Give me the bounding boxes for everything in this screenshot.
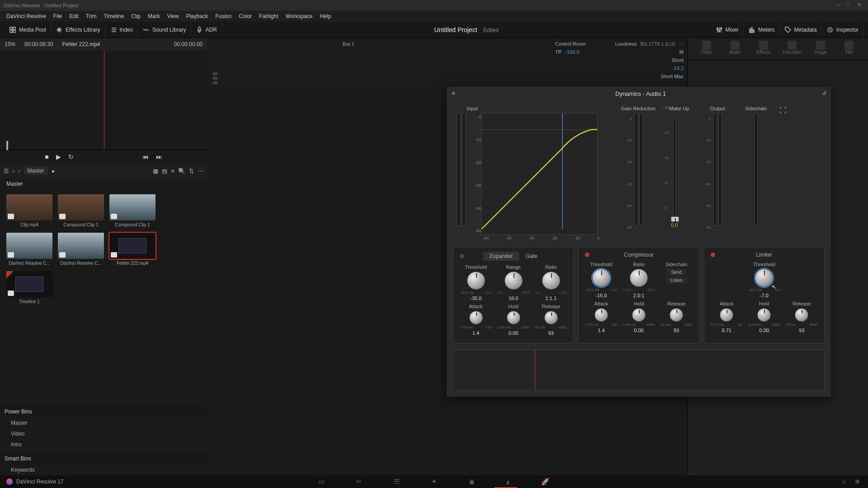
in-point-marker[interactable] bbox=[6, 141, 8, 150]
menu-workspace[interactable]: Workspace bbox=[282, 13, 316, 19]
menu-view[interactable]: View bbox=[164, 13, 183, 19]
page-edit[interactable]: ☴ bbox=[394, 478, 400, 486]
search-icon[interactable]: 🔍 bbox=[178, 168, 185, 174]
limiter-threshold-knob[interactable]: ↖ bbox=[755, 269, 773, 287]
source-viewer[interactable] bbox=[0, 51, 207, 150]
menu-fusion[interactable]: Fusion bbox=[212, 13, 235, 19]
dynamics-graph[interactable] bbox=[481, 113, 598, 235]
menu-clip[interactable]: Clip bbox=[127, 13, 144, 19]
view-thumb-icon[interactable]: ▦ bbox=[153, 168, 158, 174]
clip-thumb[interactable]: Compound Clip 1 bbox=[109, 194, 156, 227]
minimize-icon[interactable]: — bbox=[835, 2, 843, 9]
menu-trim[interactable]: Trim bbox=[82, 13, 100, 19]
bin-dropdown[interactable]: Master bbox=[24, 167, 48, 175]
dialog-reset-icon[interactable]: ↺ bbox=[822, 90, 826, 97]
menu-playback[interactable]: Playback bbox=[182, 13, 212, 19]
expander-tab[interactable]: Expander bbox=[483, 252, 519, 261]
clip-thumb[interactable]: Fehler 222.mp4 bbox=[109, 233, 156, 266]
menu-edit[interactable]: Edit bbox=[66, 13, 82, 19]
smart-bins-header[interactable]: Smart Bins bbox=[0, 453, 207, 465]
menu-color[interactable]: Color bbox=[235, 13, 255, 19]
sort-icon[interactable]: ⇅ bbox=[189, 168, 194, 174]
play-button[interactable]: ▶ bbox=[56, 153, 61, 160]
stop-button[interactable]: ■ bbox=[45, 153, 48, 160]
power-bins-header[interactable]: Power Bins bbox=[0, 406, 207, 418]
gate-tab[interactable]: Gate bbox=[519, 252, 543, 261]
expander-hold-knob[interactable] bbox=[507, 311, 520, 324]
clip-thumb[interactable]: Timeline 1 bbox=[6, 271, 52, 304]
page-color[interactable]: ◉ bbox=[469, 478, 475, 486]
limiter-enable-dot[interactable] bbox=[711, 253, 715, 257]
playhead[interactable] bbox=[104, 51, 104, 150]
adr-toggle[interactable]: ADR bbox=[191, 22, 222, 38]
effects-library-toggle[interactable]: Effects Library bbox=[51, 22, 105, 38]
compressor-threshold-knob[interactable] bbox=[592, 269, 610, 287]
menu-help[interactable]: Help bbox=[316, 13, 335, 19]
inspector-tab-transition[interactable]: Transition bbox=[778, 41, 807, 60]
view-strip-icon[interactable]: ▤ bbox=[162, 168, 167, 174]
inspector-tab-file[interactable]: File bbox=[835, 41, 863, 60]
clip-thumb[interactable]: Clip.mp4 bbox=[6, 194, 52, 227]
limiter-attack-knob[interactable] bbox=[720, 308, 733, 322]
menu-davinci-resolve[interactable]: DaVinci Resolve bbox=[3, 13, 50, 19]
media-pool-toggle[interactable]: Media Pool bbox=[5, 22, 51, 38]
inspector-tab-image[interactable]: Image bbox=[807, 41, 835, 60]
dynamics-timeline[interactable] bbox=[453, 350, 825, 390]
page-deliver[interactable]: 🚀 bbox=[541, 478, 550, 486]
limiter-threshold-value[interactable]: -7.0 bbox=[745, 293, 783, 298]
page-fusion[interactable]: ✦ bbox=[431, 478, 437, 486]
inspector-tab-effects[interactable]: Effects bbox=[749, 41, 778, 60]
next-button[interactable]: ⏭ bbox=[156, 153, 162, 160]
expander-ratio-knob[interactable] bbox=[542, 272, 560, 290]
close-icon[interactable]: ✕ bbox=[857, 2, 864, 9]
expander-range-value[interactable]: 18.0 bbox=[495, 296, 532, 301]
sound-library-toggle[interactable]: Sound Library bbox=[138, 22, 191, 38]
mixer-toggle[interactable]: Mixer bbox=[711, 22, 744, 38]
expander-attack-knob[interactable] bbox=[469, 311, 483, 324]
compressor-enable-dot[interactable] bbox=[585, 253, 590, 257]
settings-icon[interactable]: ⚙ bbox=[855, 479, 860, 485]
maximize-icon[interactable]: □ bbox=[846, 2, 854, 9]
inspector-tab-video[interactable]: Video bbox=[692, 41, 721, 60]
compressor-release-knob[interactable] bbox=[670, 308, 683, 322]
compressor-threshold-value[interactable]: -15.0 bbox=[583, 293, 620, 298]
page-fairlight[interactable]: ♪ bbox=[506, 478, 510, 486]
dialog-close-icon[interactable]: ✕ bbox=[451, 90, 459, 97]
inspector-toggle[interactable]: Inspector bbox=[822, 22, 863, 38]
page-cut[interactable]: ✂ bbox=[356, 478, 362, 486]
power-bin-item[interactable]: Video bbox=[0, 428, 207, 439]
clip-thumb[interactable]: Compound Clip 1 bbox=[58, 194, 104, 227]
index-toggle[interactable]: Index bbox=[105, 22, 138, 38]
menu-file[interactable]: File bbox=[50, 13, 66, 19]
sidechain-listen-button[interactable]: Listen bbox=[666, 277, 687, 284]
expander-ratio-value[interactable]: 1:1.1 bbox=[533, 296, 570, 301]
compressor-ratio-knob[interactable] bbox=[630, 269, 648, 287]
makeup-slider[interactable]: +20+15+10+50 0.0 bbox=[661, 113, 688, 235]
page-media[interactable]: ▭ bbox=[318, 478, 325, 486]
smart-bin-item[interactable]: Keywords bbox=[0, 465, 207, 475]
loudness-menu-icon[interactable]: ⋯ bbox=[679, 41, 684, 47]
menu-mark[interactable]: Mark bbox=[144, 13, 164, 19]
meters-toggle[interactable]: Meters bbox=[744, 22, 780, 38]
expander-range-knob[interactable] bbox=[505, 272, 523, 290]
expander-release-knob[interactable] bbox=[544, 311, 558, 324]
compressor-ratio-value[interactable]: 2.0:1 bbox=[620, 293, 657, 298]
menu-fairlight[interactable]: Fairlight bbox=[255, 13, 282, 19]
metadata-toggle[interactable]: Metadata bbox=[780, 22, 822, 38]
bin-label[interactable]: Master bbox=[0, 178, 207, 190]
more-icon[interactable]: ⋯ bbox=[198, 168, 203, 174]
compressor-hold-knob[interactable] bbox=[632, 308, 646, 322]
fwd-icon[interactable]: › bbox=[18, 168, 20, 174]
sidechain-send-button[interactable]: Send bbox=[666, 269, 686, 276]
view-list-icon[interactable]: ≡ bbox=[171, 168, 175, 174]
clip-thumb[interactable]: DaVinci Resolve C... bbox=[6, 233, 52, 266]
compressor-attack-knob[interactable] bbox=[594, 308, 608, 322]
back-icon[interactable]: ‹ bbox=[13, 168, 14, 174]
power-bin-item[interactable]: Intro bbox=[0, 439, 207, 450]
inspector-tab-audio[interactable]: Audio bbox=[721, 41, 749, 60]
expander-enable-dot[interactable] bbox=[460, 254, 464, 258]
power-bin-item[interactable]: Master bbox=[0, 418, 207, 428]
zoom-level[interactable]: 15% bbox=[5, 41, 15, 47]
expander-threshold-knob[interactable] bbox=[467, 272, 485, 290]
bin-tree-icon[interactable]: ☰ bbox=[4, 168, 9, 174]
